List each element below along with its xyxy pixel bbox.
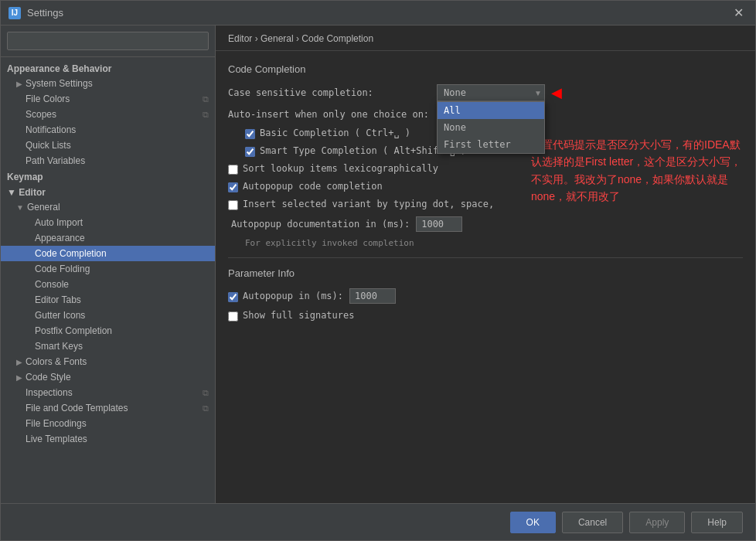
sidebar-item-editor-tabs[interactable]: Editor Tabs [1,292,215,308]
search-box [1,26,215,57]
sidebar-item-console[interactable]: Console [1,277,215,292]
checkbox-show-full-sig-input[interactable] [228,311,238,322]
window-title: Settings [27,7,729,19]
parameter-info-title: Parameter Info [228,267,743,279]
sidebar-item-system-settings[interactable]: ▶ System Settings [1,76,215,91]
autopopup-ms-value-input[interactable] [349,288,396,304]
checkbox-autopopup-ms-row: Autopopup in (ms): [228,288,743,304]
sidebar-item-postfix-completion[interactable]: Postfix Completion [1,323,215,339]
sidebar-item-file-colors[interactable]: File Colors ⧉ [1,91,215,107]
autopopup-ms-label: Autopopup in (ms): [243,291,343,301]
dropdown-option-none[interactable]: None [438,119,544,136]
sidebar-item-gutter-icons[interactable]: Gutter Icons [1,308,215,323]
dropdown-option-first-letter[interactable]: First letter [438,136,544,153]
checkbox-autopopup-label: Autopopup code completion [243,181,383,192]
sidebar-item-code-folding[interactable]: Code Folding [1,261,215,277]
auto-insert-label: Auto-insert when only one choice on: [228,109,429,120]
checkbox-insert-variant-label: Insert selected variant by typing dot, s… [243,199,494,209]
checkbox-sort-lookup-input[interactable] [228,165,238,175]
right-panel: Editor › General › Code Completion Code … [216,26,755,503]
sidebar-item-path-variables[interactable]: Path Variables [1,153,215,168]
sidebar-group-editor: ▼ Editor [1,184,215,199]
checkbox-smart-type-input[interactable] [245,147,255,157]
case-sensitive-label: Case sensitive completion: [228,87,429,98]
sidebar-item-notifications[interactable]: Notifications [1,122,215,138]
dropdown-option-all[interactable]: All [438,102,544,119]
arrow-annotation-icon: ◀ [551,84,562,101]
sidebar-item-code-style[interactable]: ▶ Code Style [1,369,215,385]
sidebar-group-appearance: Appearance & Behavior [1,60,215,76]
settings-tree: Appearance & Behavior ▶ System Settings … [1,57,215,503]
sidebar-group-keymap: Keymap [1,168,215,184]
checkbox-insert-variant-input[interactable] [228,200,238,210]
checkbox-sort-lookup-label: Sort lookup items lexicographically [243,163,438,174]
sidebar-item-scopes[interactable]: Scopes ⧉ [1,107,215,122]
autopopup-doc-label: Autopopup documentation in (ms): [231,219,410,230]
autopopup-doc-input[interactable] [416,216,462,232]
sidebar-item-quick-lists[interactable]: Quick Lists [1,138,215,153]
checkbox-basic-completion-label: Basic Completion ( Ctrl+␣ ) [260,128,410,138]
panel-content: Code Completion Case sensitive completio… [216,51,755,503]
case-sensitive-row: Case sensitive completion: None ▼ All No… [228,84,743,101]
ok-button[interactable]: OK [510,512,556,533]
section-title: Code Completion [228,63,743,75]
case-sensitive-dropdown[interactable]: None [437,84,545,101]
close-button[interactable]: ✕ [729,4,747,22]
sidebar-item-inspections[interactable]: Inspections ⧉ [1,385,215,400]
sidebar-item-file-encodings[interactable]: File Encodings [1,416,215,431]
checkbox-autopopup-doc-row: Autopopup documentation in (ms): [228,216,743,232]
sidebar-item-file-code-templates[interactable]: File and Code Templates ⧉ [1,400,215,416]
show-full-sig-label: Show full signatures [243,310,355,321]
main-content: Appearance & Behavior ▶ System Settings … [1,26,755,503]
sidebar: Appearance & Behavior ▶ System Settings … [1,26,216,503]
checkbox-autopopup-input[interactable] [228,182,238,192]
breadcrumb: Editor › General › Code Completion [216,26,755,51]
dropdown-arrow-icon: ▼ [534,89,542,97]
sidebar-item-code-completion[interactable]: Code Completion [1,246,215,261]
checkbox-autopopup-ms-input[interactable] [228,292,238,302]
dropdown-menu: All None First letter [437,101,545,154]
checkbox-basic-completion-input[interactable] [245,129,255,139]
sidebar-item-smart-keys[interactable]: Smart Keys [1,339,215,354]
checkbox-show-full-sig: Show full signatures [228,310,743,322]
search-input[interactable] [7,32,209,50]
case-sensitive-dropdown-wrapper: None ▼ All None First letter [437,84,545,101]
app-icon: IJ [9,7,21,19]
checkbox-insert-variant: Insert selected variant by typing dot, s… [228,199,743,210]
sidebar-item-live-templates[interactable]: Live Templates [1,431,215,447]
help-button[interactable]: Help [691,512,743,533]
checkbox-autopopup: Autopopup code completion [228,181,743,192]
title-bar: IJ Settings ✕ [1,1,755,26]
autopopup-doc-note: For explicitly invoked completion [245,238,743,248]
sidebar-item-general[interactable]: ▼ General [1,199,215,215]
checkbox-smart-type-label: Smart Type Completion ( Alt+Shift+␣ ) [260,145,466,156]
sidebar-item-auto-import[interactable]: Auto Import [1,215,215,230]
cancel-button[interactable]: Cancel [562,512,623,533]
settings-window: IJ Settings ✕ Appearance & Behavior ▶ Sy… [0,0,756,541]
sidebar-item-appearance[interactable]: Appearance [1,230,215,246]
section-divider [228,257,743,258]
apply-button[interactable]: Apply [629,512,685,533]
bottom-bar: OK Cancel Apply Help [1,503,755,540]
checkbox-sort-lookup: Sort lookup items lexicographically [228,163,743,175]
sidebar-item-colors-fonts[interactable]: ▶ Colors & Fonts [1,354,215,369]
